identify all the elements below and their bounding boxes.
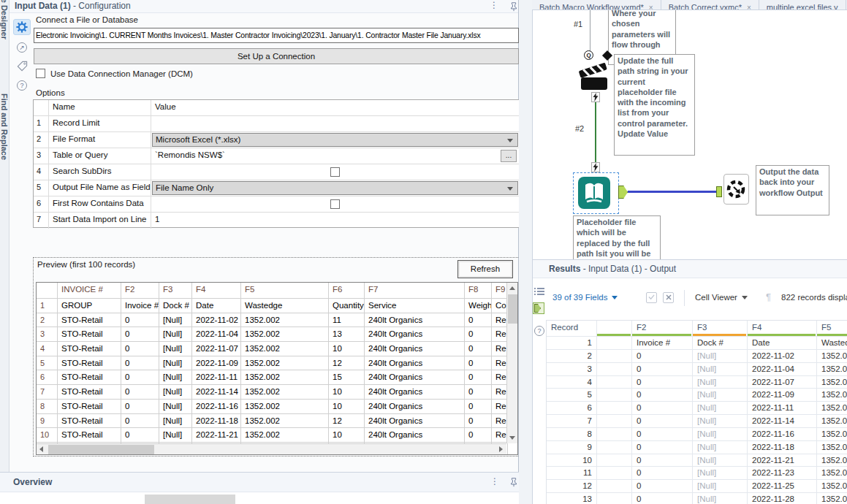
- results-cell[interactable]: 2022-11-21: [748, 454, 817, 467]
- preview-cell[interactable]: 0: [465, 370, 492, 384]
- preview-cell[interactable]: [Null]: [159, 400, 192, 413]
- preview-cell[interactable]: 1352.002: [241, 313, 329, 327]
- preview-cell[interactable]: Re: [492, 385, 508, 399]
- results-cell[interactable]: [Null]: [693, 428, 748, 441]
- option-checkbox[interactable]: [330, 167, 340, 177]
- option-value[interactable]: 1: [151, 213, 519, 229]
- input-data-tool-icon[interactable]: [578, 177, 610, 209]
- results-cell[interactable]: 2022-11-25: [748, 480, 817, 493]
- preview-column-header[interactable]: F4: [192, 283, 241, 298]
- results-column-header[interactable]: F5: [817, 321, 847, 337]
- results-cell[interactable]: 1352.002: [817, 441, 847, 454]
- preview-cell[interactable]: GROUP: [58, 299, 121, 313]
- preview-cell[interactable]: Invoice #: [121, 299, 159, 313]
- preview-row-number[interactable]: 9: [37, 414, 58, 428]
- preview-cell[interactable]: 2022-11-09: [192, 356, 241, 370]
- panel-menu-icon[interactable]: ⋮: [490, 0, 498, 10]
- preview-cell[interactable]: 240lt Organics: [365, 327, 465, 341]
- option-value[interactable]: [151, 116, 519, 131]
- preview-cell[interactable]: Date: [192, 299, 241, 313]
- results-cell[interactable]: 0: [632, 415, 693, 428]
- results-cell[interactable]: 1352.002: [817, 428, 847, 441]
- results-cell[interactable]: 2022-11-18: [748, 441, 817, 454]
- tab-multiple-excel-files[interactable]: multiple excel files.y: [759, 0, 846, 9]
- preview-cell[interactable]: STO-Retail: [58, 313, 121, 327]
- preview-cell[interactable]: 12: [329, 414, 365, 428]
- scroll-up-button[interactable]: [507, 283, 518, 294]
- results-column-header[interactable]: Record: [547, 321, 597, 337]
- preview-column-header[interactable]: F5: [241, 283, 329, 298]
- vertical-scroll-thumb[interactable]: [508, 294, 517, 324]
- option-value[interactable]: Microsoft Excel (*.xlsx): [151, 132, 519, 148]
- results-cell[interactable]: Date: [748, 337, 817, 350]
- results-cell[interactable]: 1352.002: [817, 389, 847, 402]
- preview-cell[interactable]: [Null]: [159, 414, 192, 428]
- preview-cell[interactable]: 10: [329, 400, 365, 413]
- options-row[interactable]: 3Table or Query`Remondis NSW$`...: [34, 148, 519, 164]
- preview-cell[interactable]: Weight: [465, 299, 492, 313]
- preview-horizontal-scrollbar[interactable]: [37, 443, 506, 454]
- preview-row-number[interactable]: 2: [37, 313, 58, 327]
- preview-cell[interactable]: [Null]: [159, 428, 192, 442]
- results-cell[interactable]: [597, 467, 632, 480]
- cell-viewer-dropdown[interactable]: Cell Viewer: [695, 293, 748, 302]
- preview-row-number[interactable]: 4: [37, 342, 58, 356]
- preview-row-number[interactable]: 3: [37, 327, 58, 341]
- dock-tab-interface-designer[interactable]: Interface Designer: [0, 0, 9, 39]
- preview-cell[interactable]: 2022-11-02: [192, 313, 241, 327]
- preview-cell[interactable]: Dock #: [159, 299, 192, 313]
- preview-cell[interactable]: Re: [492, 428, 508, 442]
- preview-cell[interactable]: 240lt Organics: [365, 385, 465, 399]
- preview-row-number[interactable]: 7: [37, 385, 58, 399]
- preview-cell[interactable]: STO-Retail: [58, 327, 121, 341]
- macro-output-input-anchor[interactable]: [716, 186, 722, 197]
- results-column-header[interactable]: F2: [632, 321, 693, 337]
- deselect-icon[interactable]: [663, 292, 674, 303]
- options-row[interactable]: 6First Row Contains Data: [34, 196, 519, 213]
- preview-cell[interactable]: STO-Retail: [58, 342, 121, 356]
- fields-selector-dropdown[interactable]: 39 of 39 Fields: [552, 293, 618, 302]
- results-cell[interactable]: [Null]: [693, 415, 748, 428]
- scroll-down-button[interactable]: [507, 432, 518, 443]
- comment-output-back[interactable]: Output the data back into your workflow …: [756, 165, 829, 215]
- preview-cell[interactable]: Re: [492, 414, 508, 428]
- preview-cell[interactable]: 10: [329, 342, 365, 356]
- record-number-cell[interactable]: 4: [547, 376, 597, 389]
- preview-column-header[interactable]: [37, 283, 58, 298]
- results-cell[interactable]: 0: [632, 350, 693, 363]
- record-number-cell[interactable]: 10: [547, 454, 597, 467]
- preview-cell[interactable]: STO-Retail: [58, 356, 121, 370]
- record-number-cell[interactable]: 7: [547, 415, 597, 428]
- preview-cell[interactable]: [Null]: [159, 356, 192, 370]
- preview-cell[interactable]: Quantity: [329, 299, 365, 313]
- preview-cell[interactable]: 1352.002: [241, 428, 329, 442]
- results-cell[interactable]: 2022-11-04: [748, 363, 817, 376]
- preview-column-header[interactable]: F2: [121, 283, 159, 298]
- record-number-cell[interactable]: 6: [547, 402, 597, 415]
- results-cell[interactable]: 2022-11-11: [748, 402, 817, 415]
- results-cell[interactable]: [Null]: [693, 363, 748, 376]
- results-cell[interactable]: [597, 493, 632, 504]
- preview-cell[interactable]: 0: [121, 370, 159, 384]
- option-dropdown[interactable]: File Name Only: [152, 181, 518, 195]
- results-cell[interactable]: [597, 350, 632, 363]
- results-cell[interactable]: [Null]: [693, 467, 748, 480]
- preview-cell[interactable]: 240lt Organics: [365, 356, 465, 370]
- preview-cell[interactable]: STO-Retail: [58, 400, 121, 413]
- comment-update-value[interactable]: Update the full path string in your curr…: [614, 54, 695, 156]
- results-cell[interactable]: Wastedge: [817, 337, 847, 350]
- option-value[interactable]: [151, 196, 519, 212]
- results-cell[interactable]: Invoice #: [632, 337, 693, 350]
- results-help-icon[interactable]: ?: [534, 323, 544, 336]
- option-checkbox[interactable]: [330, 199, 340, 209]
- preview-cell[interactable]: 240lt Organics: [365, 428, 465, 442]
- dock-tab-find-and-replace[interactable]: Find and Replace: [0, 93, 9, 160]
- results-cell[interactable]: 0: [632, 363, 693, 376]
- results-cell[interactable]: 2022-11-14: [748, 415, 817, 428]
- record-number-cell[interactable]: 3: [547, 363, 597, 376]
- preview-cell[interactable]: 240lt Organics: [365, 313, 465, 327]
- record-number-cell[interactable]: 2: [547, 350, 597, 363]
- tab-batch-correct[interactable]: Batch Correct.yxmc*×: [661, 0, 759, 9]
- preview-cell[interactable]: Service: [365, 299, 465, 313]
- preview-cell[interactable]: 0: [465, 414, 492, 428]
